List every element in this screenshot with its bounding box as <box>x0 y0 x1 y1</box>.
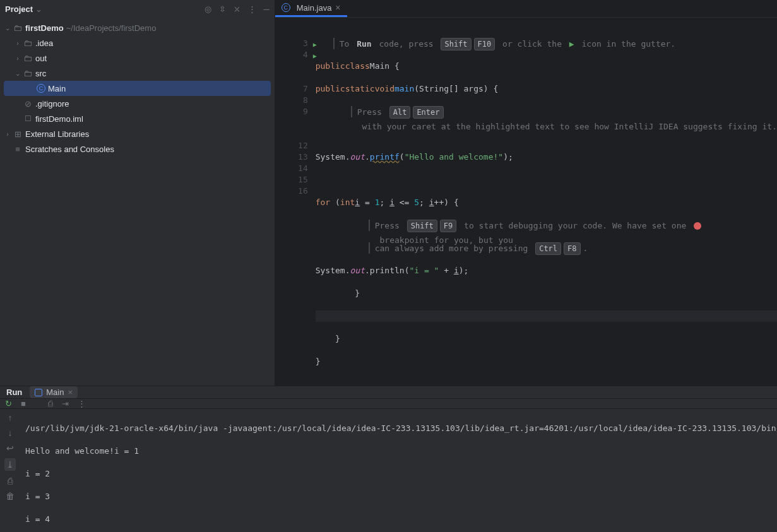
run-body: ↑ ↓ ↩ ⤓ ⎙ 🗑 /usr/lib/jvm/jdk-21-oracle-x… <box>0 409 777 532</box>
file-icon <box>23 114 33 124</box>
run-gutter-icon[interactable]: ▶ <box>313 50 317 62</box>
code-line: public class Main { <box>316 61 777 72</box>
line-number: 3 <box>303 38 308 48</box>
code-line: System.out.println("i = " + i); <box>316 265 777 276</box>
line-number: 16 <box>298 186 308 196</box>
tree-path: ~/IdeaProjects/firstDemo <box>66 23 157 33</box>
line-number: 7 <box>303 84 308 93</box>
run-header: Run Main × <box>0 386 777 399</box>
tree-label: .gitignore <box>35 99 69 109</box>
tree-file-iml[interactable]: firstDemo.iml <box>0 111 275 126</box>
scroll-to-end-icon[interactable]: ⤓ <box>4 458 16 471</box>
print-icon[interactable]: ⎙ <box>8 476 13 486</box>
soft-wrap-icon[interactable]: ↩ <box>6 443 14 453</box>
close-icon[interactable]: × <box>335 3 340 13</box>
hint-run: To Run code, press ShiftF10 or click the… <box>333 38 777 49</box>
console-line: i = 3 <box>25 491 772 502</box>
more-icon[interactable]: ⋮ <box>78 399 86 408</box>
chevron-down-icon[interactable]: ⌄ <box>35 4 42 14</box>
code-content[interactable]: To Run code, press ShiftF10 or click the… <box>312 18 777 386</box>
tree-external-libraries[interactable]: › External Libraries <box>0 126 275 141</box>
class-icon: C <box>282 3 290 12</box>
code-blank <box>316 174 777 186</box>
chevron-right-icon[interactable]: › <box>13 55 23 62</box>
line-number: 8 <box>303 95 308 105</box>
up-icon[interactable]: ↑ <box>8 413 13 423</box>
run-left-toolbar: ↑ ↓ ↩ ⤓ ⎙ 🗑 <box>0 409 20 532</box>
editor-tab-main[interactable]: C Main.java × <box>275 0 347 17</box>
console-line: i = 2 <box>25 468 772 480</box>
tree-label: firstDemo.iml <box>35 114 83 124</box>
run-tab-label: Main <box>46 387 64 397</box>
tree-folder-src[interactable]: ⌄ src <box>0 66 275 81</box>
tree-label: Scratches and Consoles <box>25 145 114 154</box>
console-line: i = 4 <box>25 514 772 525</box>
library-icon <box>13 129 23 139</box>
sidebar-title[interactable]: Project <box>5 4 33 14</box>
folder-icon <box>23 38 33 48</box>
chevron-down-icon[interactable]: ⌄ <box>3 25 13 32</box>
run-title[interactable]: Run <box>6 387 22 397</box>
down-icon[interactable]: ↓ <box>8 428 13 438</box>
folder-icon <box>23 68 33 78</box>
tree-label: .idea <box>35 38 53 48</box>
code-line-current <box>316 310 777 322</box>
gutter[interactable]: 3▶ 4▶ 7 8 9 12 13 14 15 16 <box>275 18 312 386</box>
tree-label: firstDemo <box>25 23 64 33</box>
line-number: 4 <box>303 50 308 59</box>
camera-icon[interactable]: ⎙ <box>48 399 53 408</box>
chevron-right-icon[interactable]: › <box>13 40 23 47</box>
hint-debug: Press ShiftF9 to start debugging your co… <box>369 220 777 231</box>
tree-label: External Libraries <box>25 129 89 139</box>
target-icon[interactable]: ◎ <box>205 4 211 14</box>
line-number: 14 <box>298 163 308 173</box>
tree-scratches[interactable]: Scratches and Consoles <box>0 141 275 157</box>
run-config-icon <box>35 389 42 396</box>
chevron-down-icon[interactable]: ⌄ <box>13 70 23 77</box>
tree-label: Main <box>48 84 66 93</box>
tree-file-gitignore[interactable]: .gitignore <box>0 96 275 111</box>
editor-tabs: C Main.java × <box>275 0 777 18</box>
code-line: public static void main(String[] args) { <box>316 83 777 95</box>
ignore-icon <box>23 98 33 109</box>
folder-icon <box>23 53 33 63</box>
tree-folder-idea[interactable]: › .idea <box>0 35 275 50</box>
code-line: } <box>316 288 777 299</box>
console-line: Hello and welcome!i = 1 <box>25 446 772 457</box>
trash-icon[interactable]: 🗑 <box>6 491 15 501</box>
module-icon <box>13 23 23 33</box>
breakpoint-icon <box>694 222 701 230</box>
run-tab[interactable]: Main × <box>30 386 78 398</box>
run-panel: Run Main × ↻ ■ ⎙ ⇥ ⋮ ↑ ↓ ↩ ⤓ ⎙ 🗑 / <box>0 386 777 532</box>
more-icon[interactable]: ⋮ <box>248 4 256 14</box>
chevron-right-icon[interactable]: › <box>3 131 13 138</box>
collapse-all-icon[interactable]: ⤫ <box>234 4 240 14</box>
tree-file-main[interactable]: C Main <box>4 81 271 96</box>
stop-icon[interactable]: ■ <box>21 399 26 408</box>
tree-label: out <box>35 54 47 63</box>
editor: C Main.java × 3▶ 4▶ 7 8 9 12 <box>275 0 777 386</box>
code-line: System.out.printf("Hello and welcome!"); <box>316 151 777 163</box>
run-toolbar: ↻ ■ ⎙ ⇥ ⋮ <box>0 399 777 409</box>
line-number: 12 <box>298 141 308 150</box>
code-line: for (int i = 1; i <= 5; i++) { <box>316 197 777 208</box>
hint-alt-enter: Press AltEnter with your caret at the hi… <box>351 106 777 117</box>
rerun-icon[interactable]: ↻ <box>5 399 12 408</box>
project-tree: ⌄ firstDemo ~/IdeaProjects/firstDemo › .… <box>0 18 275 157</box>
close-icon[interactable]: × <box>68 387 73 397</box>
tree-folder-out[interactable]: › out <box>0 50 275 66</box>
exit-icon[interactable]: ⇥ <box>62 399 69 408</box>
console-output[interactable]: /usr/lib/jvm/jdk-21-oracle-x64/bin/java … <box>20 409 777 532</box>
project-sidebar: Project ⌄ ◎ ⇳ ⤫ ⋮ ─ ⌄ firstDemo ~/IdeaPr… <box>0 0 275 386</box>
run-gutter-icon[interactable]: ▶ <box>313 39 317 50</box>
code-line: } <box>316 356 777 367</box>
class-icon: C <box>37 84 45 93</box>
sidebar-header: Project ⌄ ◎ ⇳ ⤫ ⋮ ─ <box>0 0 275 18</box>
minimize-icon[interactable]: ─ <box>264 4 270 14</box>
code-area[interactable]: 3▶ 4▶ 7 8 9 12 13 14 15 16 To Run code, … <box>275 18 777 386</box>
line-number: 13 <box>298 152 308 162</box>
play-icon: ▶ <box>569 38 574 50</box>
tree-root[interactable]: ⌄ firstDemo ~/IdeaProjects/firstDemo <box>0 20 275 35</box>
line-number: 15 <box>298 175 308 184</box>
expand-collapse-icon[interactable]: ⇳ <box>219 4 226 14</box>
